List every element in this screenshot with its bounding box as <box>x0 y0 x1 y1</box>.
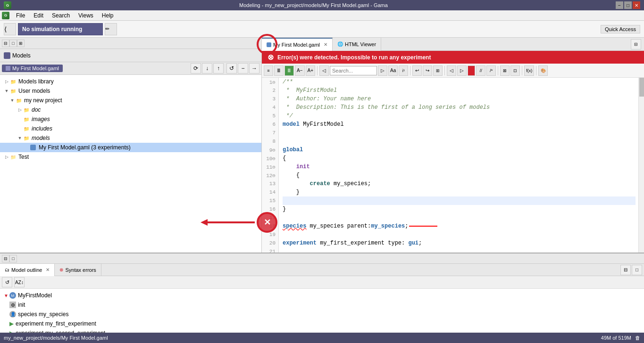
pencil-button[interactable]: ✏ <box>105 23 117 35</box>
tree-label: doc <box>32 106 41 113</box>
error-underline-bar <box>409 226 437 227</box>
editor-search-input[interactable] <box>330 66 377 75</box>
separator-4 <box>498 66 498 75</box>
tab-syntax-errors[interactable]: ⊗ Syntax errors <box>55 264 101 276</box>
menu-file[interactable]: File <box>12 11 29 20</box>
panel-layout-btn[interactable]: ⊞ <box>17 40 25 47</box>
indent-btn[interactable]: ⊞ <box>433 65 443 76</box>
font-increase-btn[interactable]: A+ <box>306 65 316 76</box>
indent-more-btn[interactable]: ▷ <box>457 65 467 76</box>
comment-slash-star[interactable]: /* <box>486 65 496 76</box>
outline-item-init[interactable]: ⚙ init <box>2 300 642 310</box>
expand-arrow: ▷ <box>17 107 23 112</box>
tree-item-test[interactable]: ▷ 📁 Test <box>0 152 261 162</box>
tree-item-includes[interactable]: 📁 includes <box>0 124 261 133</box>
line-num-17: 17 <box>265 213 276 222</box>
format-btn-3[interactable]: ≣ <box>284 65 294 76</box>
toolbar-icon-btn[interactable]: ⟨ <box>4 23 16 35</box>
models-panel-title: Models <box>12 52 31 59</box>
nav-back-btn[interactable]: ◁ <box>319 65 329 76</box>
menu-edit[interactable]: Edit <box>30 11 47 20</box>
refresh-btn[interactable]: ↺ <box>226 63 237 74</box>
import-btn[interactable]: ↓ <box>202 63 212 74</box>
file-icon <box>30 145 36 150</box>
folder-icon: 📁 <box>23 106 30 114</box>
error-arrow-icon <box>564 52 620 63</box>
bottom-panel-maximize[interactable]: □ <box>632 265 642 275</box>
code-line-1: /** <box>283 78 636 86</box>
comment-double-slash[interactable]: // <box>476 65 485 76</box>
expand-arrow: ▼ <box>9 98 15 103</box>
outline-sort-btn[interactable]: AZ↕ <box>14 277 25 287</box>
menu-views[interactable]: Views <box>75 11 97 20</box>
trash-icon[interactable]: 🗑 <box>635 335 640 341</box>
menu-help[interactable]: Help <box>98 11 117 20</box>
bottom-ctrl-1[interactable]: ⊟ <box>2 255 9 262</box>
models-icon <box>4 52 10 59</box>
font-decrease-btn[interactable]: A− <box>295 65 305 76</box>
outline-item-exp1[interactable]: ▶ experiment my_first_experiment <box>2 319 642 328</box>
func-btn[interactable]: f(x) <box>524 65 534 76</box>
collapse-btn[interactable]: − <box>238 63 248 74</box>
editor-layout-btn[interactable]: ⊟ <box>631 39 641 49</box>
file-tree: ▷ 📁 Models library ▼ 📁 User models ▼ 📁 m… <box>0 75 261 253</box>
undo-btn[interactable]: ↩ <box>412 65 422 76</box>
outline-species-icon: 👤 <box>9 311 16 318</box>
title-bar: G Modeling - my_new_project/models/My Fi… <box>0 0 644 10</box>
tree-item-models[interactable]: ▼ 📁 models <box>0 133 261 143</box>
nav-btn[interactable]: → <box>249 63 259 74</box>
minimize-button[interactable]: − <box>616 1 623 9</box>
error-banner: ⊗ Error(s) were detected. Impossible to … <box>262 51 644 64</box>
vertical-scrollbar[interactable] <box>638 78 644 253</box>
sync-btn[interactable]: ⟳ <box>191 63 201 74</box>
bottom-panel-collapse[interactable]: ⊟ <box>620 265 631 275</box>
maximize-button[interactable]: □ <box>624 1 632 9</box>
folder-icon: 📁 <box>9 153 17 161</box>
tab-model-outline[interactable]: 🗂 Model outline ✕ <box>0 264 55 276</box>
no-simulation-button[interactable]: No simulation running <box>18 23 103 35</box>
table-btn[interactable]: ⊡ <box>510 65 520 76</box>
menu-search[interactable]: Search <box>48 11 74 20</box>
tree-item-doc[interactable]: ▷ 📁 doc <box>0 105 261 114</box>
tree-item-images[interactable]: 📁 images <box>0 114 261 124</box>
nav-forward-btn[interactable]: ▷ <box>378 65 387 76</box>
tab-close-btn[interactable]: ✕ <box>324 42 327 47</box>
close-button[interactable]: ✕ <box>633 1 640 9</box>
tree-item-my-first-model[interactable]: My First Model.gaml (3 experiments) <box>0 143 261 152</box>
format-btn-2[interactable]: ≣ <box>274 65 284 76</box>
outline-refresh-btn[interactable]: ↺ <box>2 277 12 287</box>
line-btn[interactable]: ⊠ <box>500 65 510 76</box>
tab-html-viewer[interactable]: 🌐 HTML Viewer <box>333 38 381 51</box>
outline-model-icon: M <box>9 292 16 299</box>
aa-btn[interactable]: Aa <box>388 65 398 76</box>
outline-exp-icon: ▶ <box>9 330 14 333</box>
window-title: Modeling - my_new_project/models/My Firs… <box>11 2 616 8</box>
tree-item-my-new-project[interactable]: ▼ 📁 my new project <box>0 96 261 105</box>
svg-marker-1 <box>564 55 569 60</box>
code-editor[interactable]: 1⊖ 2 3 4 5 6 7 8 9⊖ 10⊖ 11⊖ 12⊖ 13 14 <box>262 78 644 253</box>
panel-maximize-btn[interactable]: □ <box>9 40 17 47</box>
folder-icon: 📁 <box>23 134 30 142</box>
redo-btn[interactable]: ↪ <box>423 65 432 76</box>
quick-access-button[interactable]: Quick Access <box>601 25 640 33</box>
outline-item-exp2[interactable]: ▶ experiment my_second_experiment <box>2 328 642 333</box>
panel-minimize-btn[interactable]: ⊟ <box>2 40 9 47</box>
code-line-12: { <box>283 171 636 180</box>
outdent-btn[interactable]: ◁ <box>447 65 456 76</box>
outline-item-myfirstmodel[interactable]: ▼ M MyFirstModel <box>2 291 642 300</box>
color-btn-red[interactable] <box>468 65 475 76</box>
regex-btn[interactable]: i¹ <box>399 65 408 76</box>
theme-btn[interactable]: 🎨 <box>538 65 548 76</box>
bottom-ctrl-2[interactable]: □ <box>9 255 17 262</box>
tree-item-user-models[interactable]: ▼ 📁 User models <box>0 86 261 96</box>
code-line-8 <box>283 137 636 146</box>
tree-item-models-library[interactable]: ▷ 📁 Models library <box>0 77 261 86</box>
scrollbar-thumb[interactable] <box>639 78 644 97</box>
app-logo: G <box>4 1 11 9</box>
outline-item-species[interactable]: 👤 species my_species <box>2 310 642 319</box>
code-line-15 <box>283 196 636 205</box>
tab-my-first-model[interactable]: My First Model.gaml ✕ <box>262 38 333 51</box>
export-btn[interactable]: ↑ <box>213 63 224 74</box>
tab-outline-close[interactable]: ✕ <box>46 267 50 272</box>
format-btn-1[interactable]: ≡ <box>264 65 273 76</box>
